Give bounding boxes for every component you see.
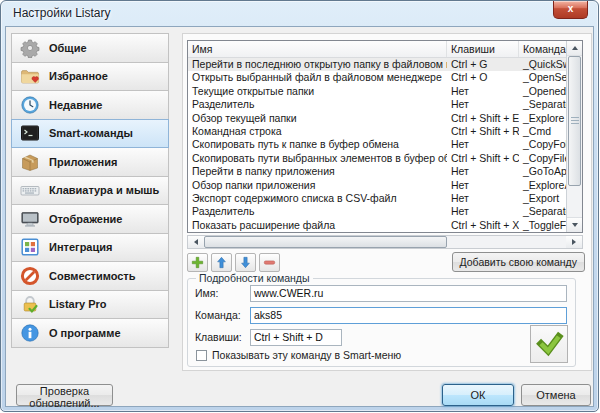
scroll-up-button[interactable] xyxy=(567,41,582,56)
cell-command: _QuickSwit xyxy=(519,58,566,71)
cell-command: _Separator xyxy=(519,205,566,218)
minus-icon xyxy=(263,256,276,269)
close-icon: x xyxy=(568,3,574,14)
sidebar-item-listary-pro[interactable]: Listary Pro xyxy=(11,290,169,320)
cell-name: Экспорт содержимого списка в CSV-файл xyxy=(188,192,447,205)
check-updates-button[interactable]: Проверка обновлений... xyxy=(16,384,113,406)
close-button[interactable]: x xyxy=(553,1,588,19)
cell-command: _Cmd xyxy=(519,125,566,138)
vertical-scroll-thumb[interactable] xyxy=(568,56,581,186)
cell-keys: Нет xyxy=(447,98,519,111)
table-row[interactable]: РазделительНет_Separator xyxy=(188,98,566,111)
table-row[interactable]: Обзор папки приложенияНет_ExploreAp xyxy=(188,179,566,192)
sidebar-item-general[interactable]: Общие xyxy=(11,33,169,63)
column-header-name[interactable]: Имя xyxy=(188,41,447,57)
sidebar-item-applications[interactable]: Приложения xyxy=(11,147,169,177)
list-toolbar xyxy=(187,253,280,272)
folder-heart-icon xyxy=(19,66,40,87)
table-row[interactable]: Текущие открытые папкиНет_OpenedFo xyxy=(188,85,566,98)
table-row[interactable]: Обзор текущей папкиCtrl + Shift + E_Expl… xyxy=(188,112,566,125)
sidebar-item-label: Избранное xyxy=(49,70,108,82)
cell-keys: Нет xyxy=(447,138,519,151)
cell-name: Перейти в папку приложения xyxy=(188,165,447,178)
cell-keys: Нет xyxy=(447,85,519,98)
table-row[interactable]: Командная строкаCtrl + Shift + R_Cmd xyxy=(188,125,566,138)
cancel-button[interactable]: Отмена xyxy=(521,384,591,406)
horizontal-scroll-thumb[interactable] xyxy=(204,236,447,248)
column-header-command[interactable]: Команда xyxy=(519,41,566,57)
padlock-check-icon xyxy=(19,294,40,315)
cell-name: Обзор папки приложения xyxy=(188,179,447,192)
vertical-scrollbar[interactable] xyxy=(566,41,582,232)
cell-name: Скопировать путь к папке в буфер обмена xyxy=(188,138,447,151)
sidebar-item-recent[interactable]: Недавние xyxy=(11,90,169,120)
apply-check-icon xyxy=(534,327,564,361)
info-icon xyxy=(19,322,40,343)
cell-name: Обзор текущей папки xyxy=(188,112,447,125)
cell-command: _Export xyxy=(519,192,566,205)
sidebar-item-smart-commands[interactable]: Smart-команды xyxy=(11,119,169,149)
no-entry-icon xyxy=(19,265,40,286)
table-row[interactable]: Скопировать путь к папке в буфер обменаН… xyxy=(188,138,566,151)
table-row[interactable]: Скопировать пути выбранных элементов в б… xyxy=(188,152,566,165)
commands-table: Имя Клавиши Команда Перейти в последнюю … xyxy=(187,40,583,233)
table-row[interactable]: Экспорт содержимого списка в CSV-файлНет… xyxy=(188,192,566,205)
table-row[interactable]: Перейти в папку приложенияНет_GoToApp xyxy=(188,165,566,178)
sidebar-item-about[interactable]: О программе xyxy=(11,318,169,348)
table-row[interactable]: Показать расширение файлаCtrl + Shift + … xyxy=(188,219,566,232)
apply-button[interactable] xyxy=(530,325,568,363)
cell-keys: Ctrl + G xyxy=(447,58,519,71)
scroll-down-icon xyxy=(572,223,578,227)
ok-button[interactable]: ОК xyxy=(442,384,514,406)
table-row[interactable]: Перейти в последнюю открытую папку в фай… xyxy=(188,58,566,71)
cell-name: Разделитель xyxy=(188,205,447,218)
table-row[interactable]: РазделительНет_Separator xyxy=(188,205,566,218)
sidebar-item-display[interactable]: Отображение xyxy=(11,204,169,234)
cell-command: _CopyFolde xyxy=(519,138,566,151)
cell-command: _OpenedFo xyxy=(519,85,566,98)
cell-command: _ToggleFile xyxy=(519,219,566,232)
show-in-smart-menu-row: Показывать эту команду в Smart-меню xyxy=(196,349,401,361)
cell-keys: Нет xyxy=(447,192,519,205)
plus-icon xyxy=(191,256,204,269)
add-command-button[interactable] xyxy=(187,253,208,272)
show-in-smart-menu-checkbox[interactable] xyxy=(196,350,207,361)
remove-command-button[interactable] xyxy=(259,253,280,272)
cell-name: Командная строка xyxy=(188,125,447,138)
sidebar-item-favorites[interactable]: Избранное xyxy=(11,62,169,92)
table-row[interactable]: Открыть выбранный файл в файловом менедж… xyxy=(188,71,566,84)
titlebar[interactable]: Настройки Listary x xyxy=(1,1,598,26)
scroll-right-button[interactable] xyxy=(566,236,582,248)
cell-command: _Explore xyxy=(519,112,566,125)
sidebar-item-label: О программе xyxy=(49,327,121,339)
smart-commands-panel: Имя Клавиши Команда Перейти в последнюю … xyxy=(182,33,592,371)
table-header: Имя Клавиши Команда xyxy=(188,41,566,58)
terminal-icon xyxy=(19,123,40,144)
keyboard-icon xyxy=(19,180,40,201)
arrow-up-icon xyxy=(215,256,228,269)
scroll-left-button[interactable] xyxy=(188,236,204,248)
add-custom-command-button[interactable]: Добавить свою команду xyxy=(452,252,585,272)
gear-icon xyxy=(19,37,40,58)
move-command-up-button[interactable] xyxy=(211,253,232,272)
cell-name: Открыть выбранный файл в файловом менедж… xyxy=(188,71,447,84)
column-header-keys[interactable]: Клавиши xyxy=(447,41,519,57)
command-label: Команда: xyxy=(195,309,241,321)
keys-input[interactable]: Ctrl + Shift + D xyxy=(250,329,342,346)
move-command-down-button[interactable] xyxy=(235,253,256,272)
sidebar-item-label: Отображение xyxy=(49,213,122,225)
sidebar-item-integration[interactable]: Интеграция xyxy=(11,233,169,263)
horizontal-scrollbar[interactable] xyxy=(187,235,583,249)
sidebar-item-label: Listary Pro xyxy=(49,298,106,310)
sidebar-item-compatibility[interactable]: Совместимость xyxy=(11,261,169,291)
cell-name: Показать расширение файла xyxy=(188,219,447,232)
cell-keys: Ctrl + Shift + E xyxy=(447,112,519,125)
scroll-down-button[interactable] xyxy=(567,217,582,232)
sidebar-item-label: Клавиатура и мышь xyxy=(49,184,159,196)
command-input[interactable]: aks85 xyxy=(250,307,567,324)
sidebar-item-keyboard-mouse[interactable]: Клавиатура и мышь xyxy=(11,176,169,206)
cell-command: _OpenSele xyxy=(519,71,566,84)
cell-keys: Ctrl + O xyxy=(447,71,519,84)
name-input[interactable]: www.CWER.ru xyxy=(250,285,567,302)
grid-icon xyxy=(19,237,40,258)
